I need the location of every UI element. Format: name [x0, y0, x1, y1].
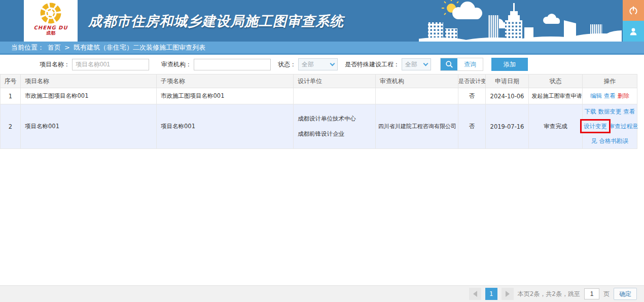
view-link[interactable]: 查看: [604, 92, 616, 99]
search-button[interactable]: 查询: [440, 58, 483, 71]
table-header-row: 序号 项目名称 子项名称 设计单位 审查机构 是否设计变 申请日期 状态 操作: [1, 74, 637, 88]
delete-link[interactable]: 删除: [618, 92, 629, 99]
cell-project: 市政施工图项目名称001: [21, 88, 157, 104]
table-row: 1 市政施工图项目名称001 市政施工图项目名称001 否 2024-10-06…: [1, 88, 637, 104]
cell-seq: 2: [1, 104, 21, 149]
cell-apply-date: 2024-10-06: [486, 88, 529, 104]
breadcrumb-separator: >: [64, 44, 70, 51]
col-header-operations: 操作: [583, 74, 637, 88]
chevron-down-icon: [423, 61, 428, 66]
review-org-label: 审查机构：: [161, 60, 192, 69]
breadcrumb-current: 既有建筑（非住宅）二次装修施工图审查列表: [74, 43, 205, 52]
design-unit-2: 成都前锋设计企业: [298, 130, 375, 138]
review-process-link[interactable]: 审查过程意: [609, 123, 638, 130]
project-name-label: 项目名称：: [40, 60, 70, 69]
cell-seq: 1: [1, 88, 21, 104]
col-header-subitem: 子项名称: [157, 74, 294, 88]
col-header-project: 项目名称: [21, 74, 157, 88]
review-process-link-wrap[interactable]: 见: [591, 137, 597, 144]
cell-review-org: 四川省川建院工程咨询有限公司: [376, 104, 458, 149]
prev-page-button[interactable]: [469, 288, 481, 300]
cell-operations: 下载数据变更查看 设计变更审查过程意 见合格书勘误: [583, 104, 637, 149]
design-unit-1: 成都设计单位技术中心: [298, 115, 375, 123]
logo-text-en: CHENG DU: [33, 25, 67, 30]
breadcrumb-label: 当前位置：: [11, 43, 44, 52]
add-button[interactable]: 添加: [491, 58, 528, 71]
status-label: 状态：: [278, 60, 296, 69]
breadcrumb-home-link[interactable]: 首页: [48, 43, 61, 52]
cell-design-change: 否: [458, 88, 486, 104]
cell-design-unit: [294, 88, 376, 104]
cell-project: 项目名称001: [21, 104, 157, 149]
cloud-icon: [452, 2, 482, 19]
confirm-button[interactable]: 确定: [614, 288, 637, 300]
cell-apply-date: 2019-07-16: [486, 104, 529, 149]
cell-design-unit: 成都设计单位技术中心 成都前锋设计企业: [294, 104, 376, 149]
pagination-summary: 本页2条，共2条，跳至: [518, 290, 580, 298]
logo-text-cn: 成都: [46, 30, 55, 35]
edit-link[interactable]: 编辑: [590, 92, 602, 99]
col-header-seq: 序号: [1, 74, 21, 88]
download-link[interactable]: 下载: [585, 108, 596, 115]
status-select-value: 全部: [302, 60, 314, 69]
page-title: 成都市住房和城乡建设局施工图审查系统: [88, 12, 344, 30]
cell-subitem: 项目名称001: [157, 104, 294, 149]
app-header: CHENG DU 成都 成都市住房和城乡建设局施工图审查系统: [0, 0, 644, 42]
table-row: 2 项目名称001 项目名称001 成都设计单位技术中心 成都前锋设计企业 四川…: [1, 104, 637, 149]
prev-icon: [473, 291, 477, 297]
cell-status: 审查完成: [529, 104, 583, 149]
power-icon: [628, 6, 638, 16]
special-project-select[interactable]: 全部: [402, 58, 431, 70]
page-unit-label: 页: [603, 290, 610, 298]
cell-operations: 编辑查看删除: [583, 88, 637, 104]
review-list-table: 序号 项目名称 子项名称 设计单位 审查机构 是否设计变 申请日期 状态 操作 …: [0, 74, 637, 149]
view-link[interactable]: 查看: [624, 108, 635, 115]
jump-page-input[interactable]: [584, 288, 599, 299]
filter-bar: 项目名称： 审查机构： 状态： 全部 是否特殊建设工程： 全部 查询 添加: [0, 55, 644, 74]
user-icon: [629, 27, 638, 36]
cell-review-org: [376, 88, 458, 104]
next-icon: [506, 291, 510, 297]
cell-subitem: 市政施工图项目名称001: [157, 88, 294, 104]
city-skyline-graphic: [419, 0, 622, 42]
user-button[interactable]: [623, 21, 644, 42]
search-button-label: 查询: [457, 58, 483, 70]
sunbird-logo-icon: [39, 2, 62, 25]
logout-button[interactable]: [623, 0, 644, 21]
logo: CHENG DU 成都: [24, 0, 78, 42]
col-header-design-change: 是否设计变: [458, 74, 486, 88]
search-icon: [441, 58, 457, 70]
col-header-apply-date: 申请日期: [486, 74, 529, 88]
review-org-input[interactable]: [194, 59, 271, 70]
special-select-value: 全部: [405, 60, 417, 69]
project-name-input[interactable]: [72, 59, 149, 70]
cell-status: 发起施工图审查申请: [529, 88, 583, 104]
col-header-review-org: 审查机构: [376, 74, 458, 88]
status-select[interactable]: 全部: [298, 58, 338, 70]
design-change-link[interactable]: 设计变更: [584, 123, 607, 130]
cell-design-change: 否: [458, 104, 486, 149]
chevron-down-icon: [330, 61, 335, 66]
col-header-design-unit: 设计单位: [294, 74, 376, 88]
current-page-button[interactable]: 1: [485, 288, 497, 300]
special-project-label: 是否特殊建设工程：: [345, 60, 400, 69]
header-buttons: [623, 0, 644, 42]
pagination-bar: 1 本页2条，共2条，跳至 页 确定: [0, 285, 644, 302]
errata-link[interactable]: 合格书勘误: [599, 137, 629, 144]
col-header-status: 状态: [529, 74, 583, 88]
data-change-link[interactable]: 数据变更: [598, 108, 622, 115]
next-page-button[interactable]: [502, 288, 514, 300]
breadcrumb: 当前位置： 首页 > 既有建筑（非住宅）二次装修施工图审查列表: [0, 42, 644, 55]
